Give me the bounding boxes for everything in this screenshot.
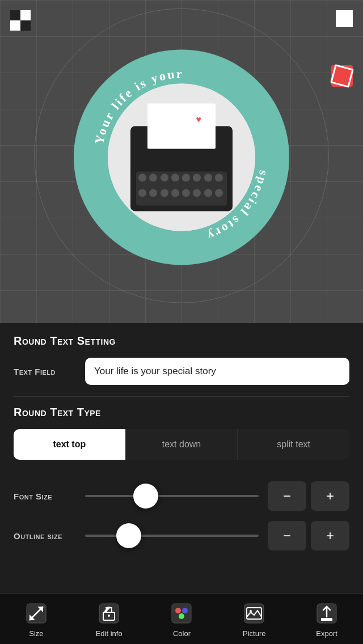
circle-container: Your life is your special story bbox=[74, 49, 289, 265]
round-text-type-section: Round Text Type text top text down split… bbox=[0, 397, 363, 460]
bottom-panel: Round Text Setting Text Field Round Text… bbox=[0, 323, 363, 644]
bottom-toolbar: Size Edit info bbox=[0, 593, 363, 644]
outline-size-label: Outline size bbox=[14, 531, 76, 541]
typewriter-image bbox=[108, 83, 255, 231]
font-size-row: Font Size − + bbox=[14, 481, 349, 511]
svg-point-14 bbox=[250, 610, 252, 612]
inner-circle bbox=[108, 83, 255, 231]
outline-size-minus-button[interactable]: − bbox=[268, 521, 306, 550]
panel-section-title: Round Text Setting Text Field bbox=[0, 323, 363, 385]
panel-title: Round Text Setting bbox=[14, 334, 349, 348]
outline-size-slider-track[interactable] bbox=[85, 535, 259, 537]
export-icon bbox=[314, 600, 340, 626]
canvas-area: Your life is your special story bbox=[0, 0, 363, 323]
svg-point-10 bbox=[182, 608, 188, 613]
edit-info-icon bbox=[96, 600, 122, 626]
circle-ring: Your life is your special story bbox=[74, 49, 289, 265]
outline-size-row: Outline size − + bbox=[14, 521, 349, 550]
text-field-row: Text Field bbox=[14, 358, 349, 385]
typewriter-body bbox=[130, 126, 233, 211]
transform-icon[interactable] bbox=[331, 65, 353, 87]
outline-size-plus-button[interactable]: + bbox=[311, 521, 349, 550]
edit-info-label: Edit info bbox=[96, 629, 123, 638]
picture-label: Picture bbox=[243, 629, 265, 638]
svg-point-6 bbox=[108, 615, 110, 617]
picture-icon bbox=[241, 600, 267, 626]
font-size-slider-track[interactable] bbox=[85, 495, 259, 497]
typewriter-paper bbox=[147, 103, 216, 149]
corner-tl-icon bbox=[10, 10, 31, 31]
text-field-input[interactable] bbox=[85, 358, 349, 385]
svg-point-11 bbox=[179, 613, 184, 619]
toolbar-edit-info-item[interactable]: Edit info bbox=[89, 596, 129, 642]
toolbar-picture-item[interactable]: Picture bbox=[234, 596, 274, 642]
size-label: Size bbox=[29, 629, 43, 638]
size-icon bbox=[23, 600, 49, 626]
typewriter-keys bbox=[136, 171, 227, 205]
text-top-button[interactable]: text top bbox=[14, 429, 126, 460]
font-size-plus-button[interactable]: + bbox=[311, 481, 349, 511]
text-down-button[interactable]: text down bbox=[126, 429, 238, 460]
color-icon bbox=[168, 600, 195, 626]
toolbar-color-item[interactable]: Color bbox=[162, 596, 201, 642]
text-field-label: Text Field bbox=[14, 367, 76, 376]
toolbar-size-item[interactable]: Size bbox=[16, 596, 56, 642]
font-size-label: Font Size bbox=[14, 492, 76, 501]
color-label: Color bbox=[173, 629, 191, 638]
font-size-slider-thumb[interactable] bbox=[133, 484, 158, 509]
font-size-btn-group: − + bbox=[268, 481, 349, 511]
svg-rect-12 bbox=[244, 604, 264, 623]
split-text-button[interactable]: split text bbox=[238, 429, 349, 460]
corner-tr-icon bbox=[336, 10, 353, 27]
outline-size-section: Outline size − + bbox=[0, 511, 363, 550]
toolbar-export-item[interactable]: Export bbox=[307, 596, 347, 642]
type-buttons-group: text top text down split text bbox=[14, 429, 349, 460]
font-size-section: Font Size − + bbox=[0, 469, 363, 511]
round-text-type-title: Round Text Type bbox=[14, 406, 349, 419]
font-size-minus-button[interactable]: − bbox=[268, 481, 306, 511]
export-label: Export bbox=[316, 629, 337, 638]
outline-size-btn-group: − + bbox=[268, 521, 349, 550]
svg-point-9 bbox=[175, 608, 181, 613]
outline-size-slider-thumb[interactable] bbox=[116, 523, 141, 548]
